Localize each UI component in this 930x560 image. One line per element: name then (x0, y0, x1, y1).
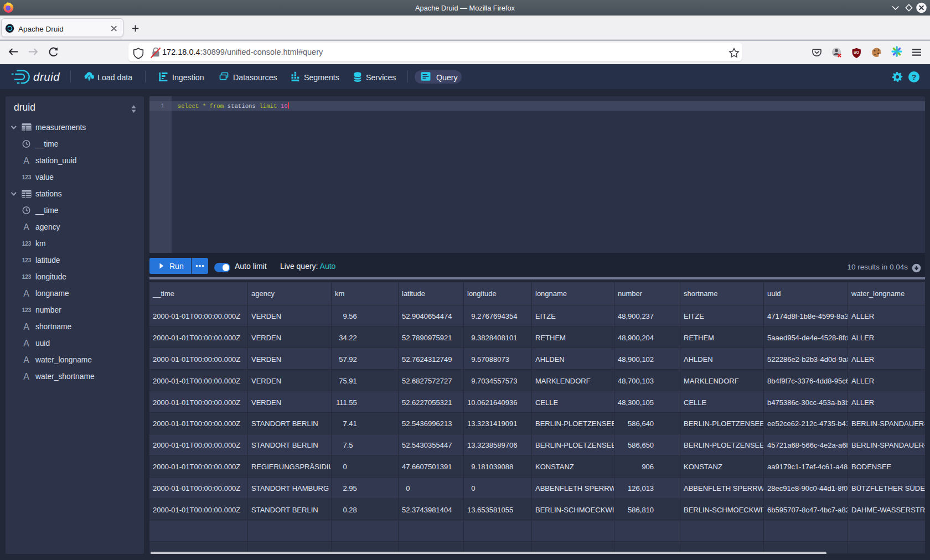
svg-text:123: 123 (22, 307, 32, 313)
svg-text:123: 123 (22, 257, 32, 263)
svg-text:A: A (23, 322, 29, 331)
svg-text:A: A (23, 372, 29, 381)
svg-text:123: 123 (22, 174, 32, 180)
svg-text:A: A (23, 156, 29, 165)
svg-text:A: A (23, 355, 29, 365)
svg-text:uO: uO (854, 50, 859, 54)
svg-text:123: 123 (22, 274, 32, 280)
svg-text:123: 123 (22, 241, 32, 247)
svg-text:A: A (23, 289, 29, 298)
svg-text:A: A (23, 222, 29, 232)
svg-text:A: A (23, 339, 29, 348)
svg-text:?: ? (912, 73, 916, 81)
